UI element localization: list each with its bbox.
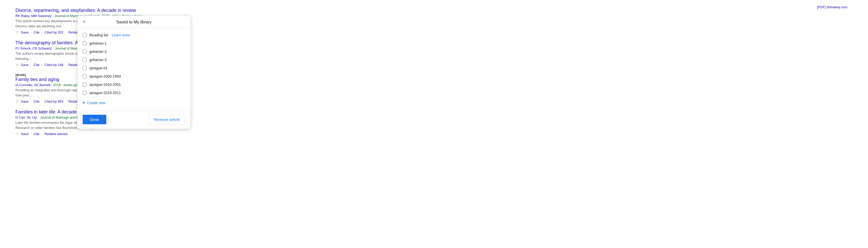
- pdf-badge[interactable]: [PDF] drkhaleqi.com: [817, 5, 847, 9]
- result-action[interactable]: Cited by 963: [44, 100, 63, 103]
- library-item: goharian-1: [83, 39, 185, 48]
- library-item-label: goharian-3: [89, 58, 106, 62]
- save-star-icon[interactable]: ☆: [16, 99, 19, 104]
- save-star-icon[interactable]: ☆: [16, 132, 19, 136]
- create-new-label: Create new: [87, 101, 105, 105]
- save-action[interactable]: Save: [21, 63, 29, 67]
- result-action[interactable]: Cite: [33, 100, 39, 103]
- library-item: goharian-3: [83, 56, 185, 64]
- action-separator: ·: [31, 100, 32, 103]
- library-item-label: sprague-2018-2011: [89, 91, 121, 95]
- learn-more-link[interactable]: Learn more: [112, 33, 130, 37]
- reading-list-label: Reading list: [89, 33, 108, 37]
- result-author-link[interactable]: RK Raley: [16, 14, 29, 18]
- action-separator: ·: [41, 63, 42, 67]
- save-star-icon[interactable]: ☆: [16, 30, 19, 34]
- modal-close-button[interactable]: ×: [82, 19, 87, 25]
- action-separator: ·: [31, 63, 32, 67]
- result-author-link[interactable]: RL Utz: [27, 115, 37, 119]
- result-action[interactable]: Cited by 148: [44, 63, 63, 67]
- plus-icon: +: [83, 100, 86, 105]
- library-checkbox[interactable]: [83, 91, 87, 95]
- page-wrapper: [PDF] drkhaleqi.com Divorce, repartnerin…: [0, 0, 868, 248]
- library-item-label: sprague-01: [89, 66, 107, 70]
- library-item-label: sprague-2010-2001: [89, 82, 121, 87]
- modal-header: × Saved to My library: [78, 16, 190, 28]
- result-author-link[interactable]: MM Sweeney: [31, 14, 52, 18]
- modal-body: Reading list Learn more goharian-1 gohar…: [78, 28, 190, 111]
- done-button[interactable]: Done: [83, 115, 106, 124]
- save-star-icon[interactable]: ☆: [16, 62, 19, 67]
- library-item-label: sprague-2000-1993: [89, 74, 121, 78]
- result-tag: [Book]: [16, 74, 26, 77]
- library-checkbox[interactable]: [83, 50, 87, 54]
- library-checkbox[interactable]: [83, 74, 87, 78]
- save-action[interactable]: Save: [21, 30, 29, 34]
- library-item: sprague-01: [83, 64, 185, 72]
- result-title-line: Divorce, repartnering, and stepfamilies:…: [16, 8, 190, 13]
- library-checkbox[interactable]: [83, 66, 87, 70]
- reading-list-checkbox[interactable]: [83, 33, 87, 37]
- library-item-label: goharian-2: [89, 50, 106, 54]
- result-actions: ☆Save · Cite · Related articles: [16, 132, 190, 136]
- result-author-link[interactable]: AE Barnett: [34, 83, 50, 87]
- result-action[interactable]: Related articles: [44, 132, 68, 136]
- action-separator: ·: [41, 100, 42, 103]
- result-action[interactable]: Cite: [33, 30, 39, 34]
- library-item: sprague-2018-2011: [83, 89, 185, 97]
- reading-list-item: Reading list Learn more: [83, 31, 185, 39]
- action-separator: ·: [65, 63, 66, 67]
- save-action[interactable]: Save: [21, 100, 29, 103]
- saved-to-library-modal: × Saved to My library Reading list Learn…: [77, 16, 190, 129]
- library-list: goharian-1 goharian-2 goharian-3 sprague…: [83, 39, 185, 97]
- library-item: sprague-2010-2001: [83, 80, 185, 89]
- action-separator: ·: [41, 30, 42, 34]
- result-author-link[interactable]: CR Schwartz: [32, 47, 52, 50]
- result-action[interactable]: Cite: [33, 132, 39, 136]
- modal-title: Saved to My library: [83, 20, 185, 25]
- action-separator: ·: [41, 132, 42, 136]
- action-separator: ·: [65, 100, 66, 103]
- result-author-link[interactable]: PJ Smock: [16, 47, 31, 50]
- action-separator: ·: [31, 132, 32, 136]
- library-item: sprague-2000-1993: [83, 72, 185, 80]
- library-checkbox[interactable]: [83, 41, 87, 45]
- modal-footer: Done Remove article: [78, 111, 190, 129]
- result-action[interactable]: Cite: [33, 63, 39, 67]
- library-checkbox[interactable]: [83, 82, 87, 87]
- save-action[interactable]: Save: [21, 132, 29, 136]
- action-separator: ·: [31, 30, 32, 34]
- create-new-button[interactable]: + Create new: [83, 98, 105, 108]
- action-separator: ·: [65, 30, 66, 34]
- result-author-link[interactable]: IA Connidis: [16, 83, 32, 87]
- remove-article-button[interactable]: Remove article: [149, 114, 185, 125]
- result-author-link[interactable]: D Carr: [16, 115, 25, 119]
- library-item-label: goharian-1: [89, 41, 106, 45]
- result-title[interactable]: Divorce, repartnering, and stepfamilies:…: [16, 8, 190, 13]
- result-action[interactable]: Cited by 202: [44, 30, 63, 34]
- library-item: goharian-2: [83, 48, 185, 56]
- library-checkbox[interactable]: [83, 58, 87, 62]
